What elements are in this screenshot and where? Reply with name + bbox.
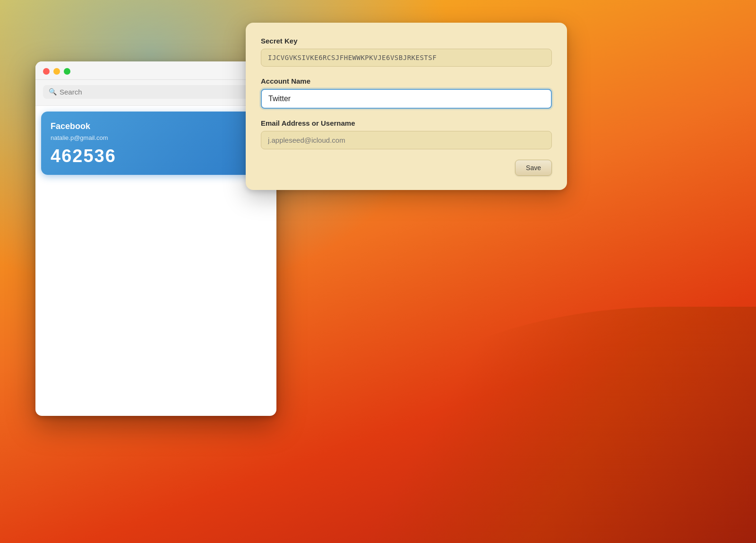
window-controls [43,68,70,75]
account-list: Facebook ↺ natalie.p@gmail.com 462536 [35,106,276,181]
email-input[interactable] [261,131,552,149]
maximize-button[interactable] [64,68,70,75]
email-field-label: Email Address or Username [261,119,552,127]
search-bar-container: 🔍 + [35,80,276,106]
search-bar: 🔍 [43,85,250,99]
secret-key-group: Secret Key IJCVGVKSIVKE6RCSJFHEWWKPKVJE6… [261,37,552,67]
secret-key-value: IJCVGVKSIVKE6RCSJFHEWWKPKVJE6VSBJRKESTSF [261,49,552,67]
account-card[interactable]: Facebook ↺ natalie.p@gmail.com 462536 [41,112,271,175]
minimize-button[interactable] [53,68,60,75]
account-name-field-label: Account Name [261,77,552,85]
account-card-header: Facebook ↺ [51,120,261,132]
secret-key-label: Secret Key [261,37,552,45]
account-name-group: Account Name [261,77,552,109]
account-name-label: Facebook [51,121,90,131]
detail-panel: Secret Key IJCVGVKSIVKE6RCSJFHEWWKPKVJE6… [246,23,567,190]
account-name-input[interactable] [261,89,552,109]
app-window: 🔍 + Facebook ↺ natalie.p@gmail.com 46253… [35,61,276,416]
search-input[interactable] [60,88,244,96]
title-bar [35,61,276,80]
account-email: natalie.p@gmail.com [51,134,261,141]
search-icon: 🔍 [49,88,57,95]
email-group: Email Address or Username [261,119,552,149]
close-button[interactable] [43,68,50,75]
account-otp-code: 462536 [51,146,261,166]
panel-footer: Save [261,160,552,176]
save-button[interactable]: Save [515,160,552,176]
